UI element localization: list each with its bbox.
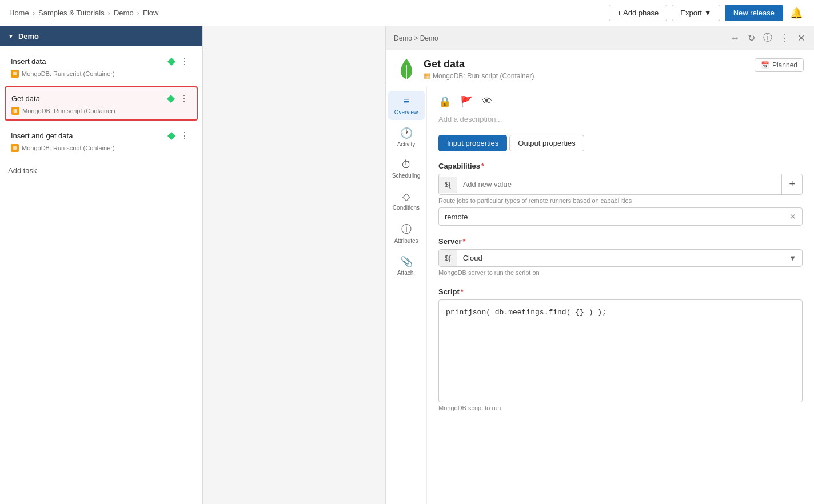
export-dropdown-icon: ▼ bbox=[704, 9, 712, 17]
task-subtitle: ▦ MongoDB: Run script (Container) bbox=[11, 107, 191, 115]
flow-panel: ▼ Demo Insert data ⋮ ▦ MongoDB: Run scri… bbox=[0, 26, 203, 504]
capabilities-input[interactable] bbox=[457, 176, 782, 193]
sidebar-item-scheduling[interactable]: ⏱ Scheduling bbox=[388, 154, 425, 183]
capabilities-required-marker: * bbox=[481, 162, 484, 170]
tag-text: remote bbox=[445, 213, 468, 221]
flag-icon[interactable]: 🚩 bbox=[460, 95, 473, 108]
detail-breadcrumb-text: Demo > Demo bbox=[394, 34, 438, 42]
tab-output-properties[interactable]: Output properties bbox=[509, 135, 584, 151]
refresh-icon[interactable]: ↻ bbox=[747, 31, 756, 45]
activity-icon: 🕐 bbox=[400, 127, 413, 139]
main-layout: ▼ Demo Insert data ⋮ ▦ MongoDB: Run scri… bbox=[0, 26, 814, 504]
task-name: Insert data bbox=[11, 57, 46, 66]
task-type-label: MongoDB: Run script (Container) bbox=[22, 107, 115, 114]
task-item-get-data[interactable]: Get data ⋮ ▦ MongoDB: Run script (Contai… bbox=[5, 86, 198, 121]
server-prefix: ${ bbox=[439, 250, 457, 266]
attributes-icon: ⓘ bbox=[401, 222, 412, 236]
mongodb-icon: ▦ bbox=[11, 107, 19, 115]
breadcrumb-demo[interactable]: Demo bbox=[114, 9, 134, 17]
status-diamond-icon bbox=[167, 131, 175, 139]
task-name: Get data bbox=[11, 94, 40, 103]
server-hint: MongoDB server to run the script on bbox=[438, 269, 803, 276]
side-nav: ≡ Overview 🕐 Activity ⏱ Scheduling ◇ Con… bbox=[386, 86, 427, 504]
description-placeholder[interactable]: Add a description... bbox=[438, 115, 803, 123]
task-menu-icon[interactable]: ⋮ bbox=[178, 129, 191, 142]
sidebar-item-attachments[interactable]: 📎 Attach. bbox=[388, 251, 425, 281]
mongodb-leaf-svg bbox=[400, 59, 413, 79]
add-task-button[interactable]: Add task bbox=[0, 161, 202, 181]
sidebar-item-overview[interactable]: ≡ Overview bbox=[388, 91, 425, 120]
detail-title-text: Get data ▦ MongoDB: Run script (Containe… bbox=[424, 58, 534, 80]
sidebar-item-activity[interactable]: 🕐 Activity bbox=[388, 122, 425, 152]
tab-input-properties[interactable]: Input properties bbox=[438, 135, 507, 151]
detail-breadcrumb: Demo > Demo bbox=[394, 34, 438, 42]
conditions-icon: ◇ bbox=[402, 190, 410, 203]
server-field-group: Server* ${ Cloud Local Custom ▼ MongoDB … bbox=[438, 237, 803, 276]
eye-icon[interactable]: 👁 bbox=[482, 95, 492, 108]
properties-tabs: Input properties Output properties bbox=[438, 135, 803, 151]
task-item-actions: ⋮ bbox=[169, 129, 191, 142]
expand-icon[interactable]: ↔ bbox=[729, 32, 741, 45]
capability-tag-remote: remote ✕ bbox=[438, 207, 803, 226]
task-item-insert-get-data[interactable]: Insert and get data ⋮ ▦ MongoDB: Run scr… bbox=[5, 124, 198, 157]
new-release-button[interactable]: New release bbox=[725, 5, 783, 21]
status-diamond-icon bbox=[167, 57, 175, 65]
select-dropdown-icon: ▼ bbox=[783, 250, 802, 266]
close-icon[interactable]: ✕ bbox=[796, 31, 806, 45]
task-item-header: Insert and get data ⋮ bbox=[11, 129, 191, 142]
breadcrumb: Home › Samples & Tutorials › Demo › Flow bbox=[9, 9, 158, 17]
panel-collapse-icon[interactable]: ▼ bbox=[8, 33, 14, 39]
task-type-label: MongoDB: Run script (Container) bbox=[22, 145, 115, 151]
export-button[interactable]: Export ▼ bbox=[672, 5, 720, 21]
detail-title-area: Get data ▦ MongoDB: Run script (Containe… bbox=[386, 50, 814, 86]
script-label: Script* bbox=[438, 287, 803, 296]
task-menu-icon[interactable]: ⋮ bbox=[177, 92, 191, 105]
mongodb-icon: ▦ bbox=[11, 144, 19, 152]
script-editor[interactable]: printjson( db.meetings.find( {} ) ); bbox=[438, 299, 803, 402]
sidebar-item-conditions[interactable]: ◇ Conditions bbox=[388, 186, 425, 215]
task-item-header: Insert data ⋮ bbox=[11, 55, 191, 68]
status-diamond-icon bbox=[167, 94, 175, 102]
more-options-icon[interactable]: ⋮ bbox=[779, 31, 791, 45]
topbar-actions: + Add phase Export ▼ New release 🔔 bbox=[609, 5, 805, 22]
script-hint: MongoDB script to run bbox=[438, 405, 803, 411]
server-select-wrapper: ${ Cloud Local Custom ▼ bbox=[438, 249, 803, 267]
lock-icon[interactable]: 🔒 bbox=[438, 95, 451, 108]
task-item-actions: ⋮ bbox=[168, 92, 191, 105]
breadcrumb-sep3: › bbox=[137, 9, 139, 17]
attributes-label: Attributes bbox=[394, 238, 418, 244]
content-area: 🔒 🚩 👁 Add a description... Input propert… bbox=[427, 86, 814, 504]
add-phase-button[interactable]: + Add phase bbox=[609, 5, 668, 21]
capabilities-add-button[interactable]: + bbox=[781, 174, 802, 194]
attachments-icon: 📎 bbox=[400, 255, 413, 268]
action-icons-row: 🔒 🚩 👁 bbox=[438, 95, 803, 108]
capabilities-field-group: Capabilities* ${ + Route jobs to particu… bbox=[438, 162, 803, 226]
scheduling-label: Scheduling bbox=[392, 173, 420, 179]
planned-label: Planned bbox=[772, 61, 797, 69]
breadcrumb-flow: Flow bbox=[143, 9, 158, 17]
server-label: Server* bbox=[438, 237, 803, 246]
breadcrumb-sep1: › bbox=[33, 9, 35, 17]
task-menu-icon[interactable]: ⋮ bbox=[178, 55, 191, 68]
sidebar-item-attributes[interactable]: ⓘ Attributes bbox=[388, 218, 425, 249]
notification-bell-icon[interactable]: 🔔 bbox=[788, 5, 805, 22]
task-type-label: MongoDB: Run script (Container) bbox=[22, 70, 115, 77]
task-item-insert-data[interactable]: Insert data ⋮ ▦ MongoDB: Run script (Con… bbox=[5, 50, 198, 83]
capabilities-hint: Route jobs to particular types of remote… bbox=[438, 197, 803, 204]
subtitle-mongo-icon: ▦ bbox=[424, 71, 430, 80]
server-select[interactable]: Cloud Local Custom bbox=[457, 250, 783, 266]
mongodb-logo bbox=[396, 59, 417, 79]
detail-panel-header: Demo > Demo ↔ ↻ ⓘ ⋮ ✕ bbox=[386, 26, 814, 50]
breadcrumb-samples[interactable]: Samples & Tutorials bbox=[38, 9, 105, 17]
script-content: printjson( db.meetings.find( {} ) ); bbox=[446, 308, 606, 317]
info-icon[interactable]: ⓘ bbox=[762, 31, 773, 45]
task-item-header: Get data ⋮ bbox=[11, 92, 191, 105]
task-subtitle: ▦ MongoDB: Run script (Container) bbox=[11, 70, 191, 78]
server-required-marker: * bbox=[462, 237, 465, 246]
detail-title: Get data bbox=[424, 58, 534, 70]
detail-subtitle: ▦ MongoDB: Run script (Container) bbox=[424, 71, 534, 80]
breadcrumb-home[interactable]: Home bbox=[9, 9, 29, 17]
calendar-icon: 📅 bbox=[761, 61, 769, 69]
planned-badge[interactable]: 📅 Planned bbox=[755, 58, 804, 72]
tag-remove-button[interactable]: ✕ bbox=[789, 212, 796, 221]
